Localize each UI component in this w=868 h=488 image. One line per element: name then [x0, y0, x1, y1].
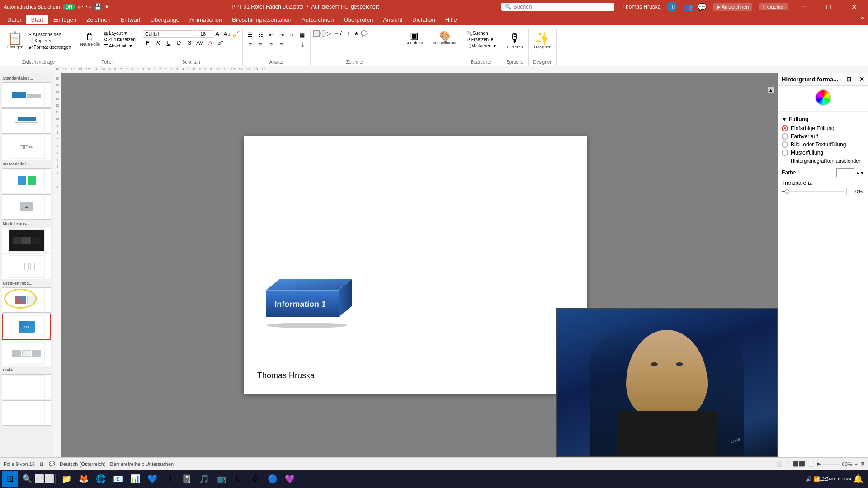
menu-start[interactable]: Start [26, 15, 47, 24]
taskbar-explorer[interactable]: 📁 [58, 471, 75, 487]
save-icon[interactable]: 💾 [94, 3, 102, 10]
shape-rect[interactable] [313, 30, 320, 37]
copy-btn[interactable]: 📄 Kopieren [27, 38, 73, 44]
slide-thumb-12[interactable]: 12 [2, 400, 51, 426]
font-size-input[interactable] [198, 30, 214, 38]
shape-circle[interactable] [320, 30, 326, 37]
font-name-input[interactable] [143, 30, 197, 38]
picture-fill-radio[interactable] [782, 141, 788, 148]
format-painter-btn[interactable]: 🖌 Format übertragen [27, 44, 73, 50]
slide-thumb-1[interactable]: 1 [2, 82, 51, 108]
italic-btn[interactable]: K [153, 38, 163, 47]
taskbar-misc2[interactable]: 🎙 [230, 471, 246, 487]
minimize-btn[interactable]: ─ [793, 0, 814, 14]
slide-thumb-9[interactable]: 9 Info 1 [2, 314, 51, 340]
present-btn[interactable]: ▶ [817, 461, 821, 467]
menu-entwurf[interactable]: Entwurf [116, 15, 145, 24]
slide-thumb-3[interactable]: 3 Title [2, 135, 51, 160]
record-btn[interactable]: ▶ Aufzeichnen [713, 3, 752, 11]
hide-bg-option[interactable]: Hintergrundgrafiken ausblenden [782, 158, 864, 164]
redo-icon[interactable]: ↪ [86, 3, 91, 10]
taskview-btn[interactable]: ⬜⬜ [36, 471, 52, 487]
shape-callout[interactable]: 💬 [361, 30, 367, 37]
taskbar-clock[interactable]: 12:34 01.01.2024 [822, 471, 849, 487]
slide-thumb-2[interactable]: 2 [2, 108, 51, 134]
paste-btn[interactable]: 📋 Einfügen [5, 30, 26, 51]
reset-btn[interactable]: ↺ Zurücksetzen [103, 37, 137, 42]
shape-tri[interactable]: ▷ [327, 30, 333, 37]
taskbar-sysicons[interactable]: 🔊 📶 [805, 471, 821, 487]
maximize-btn[interactable]: □ [818, 0, 839, 14]
gradient-fill-radio[interactable] [782, 133, 788, 140]
menu-einfuegen[interactable]: Einfügen [49, 15, 81, 24]
comments-icon[interactable]: 💬 [698, 3, 707, 11]
rtl-btn[interactable]: ↔ [287, 30, 297, 39]
layout-btn[interactable]: ▦ Layout ▼ [103, 30, 137, 36]
fit-slide-btn[interactable]: ⊞ [860, 461, 864, 467]
select-btn[interactable]: ⬚ Markieren ▼ [465, 43, 498, 49]
cut-btn[interactable]: ✂ Ausschneiden [27, 32, 73, 38]
highlight-btn[interactable]: 🖊 [216, 38, 226, 47]
slide-thumb-8[interactable]: 8 [2, 287, 51, 313]
pattern-fill-option[interactable]: Musterfüllung [782, 150, 864, 156]
zoom-in-btn[interactable]: + [855, 461, 858, 467]
indent-more-btn[interactable]: ⇥ [277, 30, 287, 39]
slide-thumb-7[interactable]: 7 [2, 254, 51, 279]
share-icon[interactable]: 👥 [684, 3, 693, 11]
align-justify-btn[interactable]: ≡ [277, 40, 287, 49]
align-center-btn[interactable]: ≡ [256, 40, 266, 49]
menu-ansicht[interactable]: Ansicht [378, 15, 407, 24]
undo-icon[interactable]: ↩ [78, 3, 83, 10]
text-dir-btn[interactable]: ⇓ [297, 40, 307, 49]
designer-btn[interactable]: ✨ Designer [532, 30, 553, 51]
panel-close-icon[interactable]: ✕ [859, 76, 864, 83]
menu-hilfe[interactable]: Hilfe [441, 15, 462, 24]
menu-ueberpruefen[interactable]: Überprüfen [339, 15, 377, 24]
num-list-btn[interactable]: ☷ [256, 30, 266, 39]
font-color-btn[interactable]: A [205, 38, 215, 47]
reading-view-btn[interactable]: 📄 [808, 461, 814, 467]
arrange-btn[interactable]: ▣ Anordnen [404, 30, 425, 46]
slide-thumb-6[interactable]: 6 [2, 228, 51, 253]
bold-btn[interactable]: F [143, 38, 153, 47]
slide-thumb-5[interactable]: 5 📷 [2, 194, 51, 220]
line-spacing-btn[interactable]: ↕ [287, 40, 297, 49]
pattern-fill-radio[interactable] [782, 150, 788, 156]
notes-btn[interactable]: 🗒 [39, 461, 44, 467]
slide-thumb-10[interactable]: 10 [2, 341, 51, 366]
hide-bg-checkbox[interactable] [782, 158, 788, 164]
taskbar-misc3[interactable]: ⚙ [247, 471, 264, 487]
quick-access-icon[interactable]: ▼ [104, 4, 109, 9]
search-box[interactable]: 🔍 [501, 3, 614, 11]
collapse-ribbon-btn[interactable]: ⌃ [859, 15, 865, 24]
taskbar-misc1[interactable]: 📺 [213, 471, 229, 487]
indent-less-btn[interactable]: ⇤ [266, 30, 276, 39]
taskbar-misc4[interactable]: 🔵 [264, 471, 281, 487]
scroll-up-btn[interactable]: ▲ [768, 87, 774, 93]
shape-plus[interactable]: + [347, 30, 354, 37]
panel-expand-icon[interactable]: ⊡ [846, 76, 851, 83]
color-dropdown-btn[interactable]: ▲▼ [855, 170, 864, 175]
menu-aufzeichnen[interactable]: Aufzeichnen [297, 15, 339, 24]
clear-format-btn[interactable]: 🧹 [232, 30, 240, 38]
taskbar-onenote[interactable]: 📓 [179, 471, 195, 487]
section-btn[interactable]: ☰ Abschnitt ▼ [103, 43, 137, 49]
color-wheel[interactable] [815, 89, 831, 106]
taskbar-skype[interactable]: 💙 [144, 471, 160, 487]
menu-zeichnen[interactable]: Zeichnen [82, 15, 115, 24]
bullet-list-btn[interactable]: ☰ [245, 30, 255, 39]
dictate-btn[interactable]: 🎙 Diktieren [504, 30, 526, 51]
color-swatch[interactable] [836, 168, 854, 177]
char-space-btn[interactable]: AV [195, 38, 205, 47]
quick-styles-btn[interactable]: 🎨 Schnellformat [431, 30, 459, 46]
shadow-btn[interactable]: S [184, 38, 194, 47]
taskbar-telegram[interactable]: ✈ [161, 471, 178, 487]
menu-dictation[interactable]: Dictation [408, 15, 440, 24]
menu-datei[interactable]: Datei [3, 15, 25, 24]
fill-collapse-icon[interactable]: ▼ [782, 116, 787, 122]
font-shrink-btn[interactable]: A↓ [223, 30, 231, 38]
underline-btn[interactable]: U [164, 38, 174, 47]
search-btn[interactable]: 🔍 Suchen [465, 30, 498, 36]
strikethrough-btn[interactable]: D [174, 38, 184, 47]
font-grow-btn[interactable]: A↑ [215, 30, 222, 38]
